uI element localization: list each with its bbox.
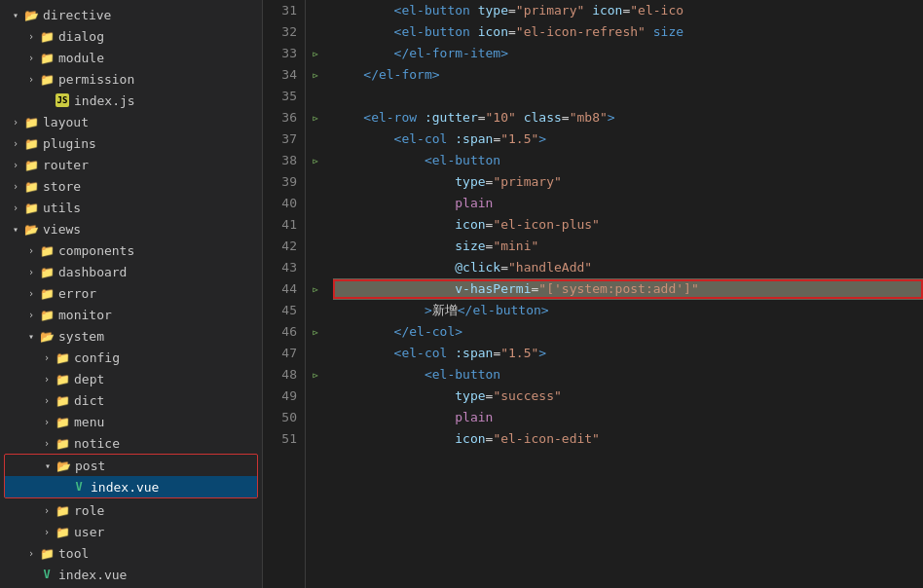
gutter-31 [306, 0, 325, 21]
code-token: "handleAdd" [508, 257, 592, 278]
gutter-arrow-33: ⊳ [313, 49, 318, 59]
arrow-directive [8, 7, 23, 22]
code-token-v-haspermi: v-hasPermi [455, 278, 531, 300]
tree-item-role[interactable]: role [0, 499, 262, 521]
tree-item-error[interactable]: error [0, 282, 262, 304]
arrow-utils [8, 200, 23, 215]
gutter-35 [306, 86, 325, 107]
tree-item-config[interactable]: config [0, 347, 262, 368]
tree-item-module[interactable]: module [0, 47, 262, 68]
gutter-42 [306, 236, 325, 257]
line-numbers: 31 32 33 34 35 36 37 38 39 40 41 42 43 4… [263, 0, 306, 588]
tree-item-views[interactable]: views [0, 218, 262, 239]
label-menu: menu [74, 415, 104, 429]
tree-item-post[interactable]: post [5, 455, 257, 476]
arrow-system [23, 328, 39, 344]
label-directive: directive [43, 8, 111, 22]
folder-icon-system [39, 328, 55, 344]
tree-item-tool[interactable]: tool [0, 542, 262, 564]
code-token: <el-button [333, 150, 500, 171]
code-line-41: icon="el-icon-plus" [333, 214, 923, 236]
code-token: "mini" [493, 236, 538, 257]
label-monitor: monitor [58, 308, 112, 322]
code-token: = [493, 129, 500, 150]
label-components: components [58, 243, 134, 258]
label-tool: tool [58, 546, 89, 561]
tree-item-dashboard[interactable]: dashboard [0, 261, 262, 282]
label-dashboard: dashboard [58, 265, 127, 279]
file-tree: directive dialog module permission JS in… [0, 0, 263, 588]
gutter-arrow-44: ⊳ [313, 284, 318, 295]
code-line-38: <el-button [333, 150, 923, 171]
gutter-50 [306, 407, 325, 428]
code-token-directive-val: "['system:post:add']" [538, 278, 698, 300]
code-token: = [622, 0, 630, 21]
code-token: icon [592, 0, 622, 21]
code-line-33: </el-form-item> [333, 43, 923, 64]
code-token [584, 0, 592, 21]
code-token: icon [478, 21, 508, 43]
code-token: <el-row [333, 107, 425, 129]
tree-item-menu[interactable]: menu [0, 411, 262, 432]
tree-item-store[interactable]: store [0, 175, 262, 197]
tree-item-system[interactable]: system [0, 325, 262, 347]
folder-icon-dept [55, 371, 70, 386]
gutter-45 [306, 300, 325, 321]
code-line-51: icon="el-icon-edit" [333, 428, 923, 450]
tree-item-dialog[interactable]: dialog [0, 25, 262, 47]
label-indexvue: index.vue [91, 480, 159, 495]
tree-item-permission[interactable]: permission [0, 68, 262, 90]
folder-icon-layout [23, 114, 39, 129]
code-token [333, 171, 455, 193]
code-token: = [478, 107, 486, 129]
tree-item-notice[interactable]: notice [0, 432, 262, 454]
code-token: </el-button> [458, 300, 549, 321]
code-line-44: v-hasPermi="['system:post:add']" [333, 278, 923, 300]
code-line-34: </el-form> [333, 64, 923, 86]
tree-item-directive[interactable]: directive [0, 4, 262, 25]
folder-icon-tool [39, 545, 55, 561]
arrow-dashboard [23, 264, 39, 279]
label-config: config [74, 350, 120, 365]
label-permission: permission [58, 72, 134, 87]
gutter-arrow-46: ⊳ [313, 327, 318, 338]
code-token: = [508, 0, 516, 21]
gutter-44: ⊳ [306, 278, 325, 300]
tree-item-layout[interactable]: layout [0, 111, 262, 132]
tree-item-router[interactable]: router [0, 154, 262, 175]
tree-item-utils[interactable]: utils [0, 197, 262, 218]
code-token: </el-form> [333, 64, 440, 86]
tree-item-indexvue2[interactable]: index.vue [0, 564, 262, 585]
tree-item-dict[interactable]: dict [0, 389, 262, 411]
code-token: size [455, 236, 485, 257]
code-line-45: >新增</el-button> [333, 300, 923, 321]
tree-item-components[interactable]: components [0, 239, 262, 261]
code-editor: 31 32 33 34 35 36 37 38 39 40 41 42 43 4… [263, 0, 923, 588]
code-token: </el-form-item> [333, 43, 508, 64]
code-token: "primary" [516, 0, 584, 21]
gutter-41 [306, 214, 325, 236]
code-line-39: type="primary" [333, 171, 923, 193]
tree-item-user[interactable]: user [0, 521, 262, 542]
label-router: router [43, 158, 89, 172]
label-user: user [74, 525, 104, 539]
code-content[interactable]: <el-button type="primary" icon="el-ico <… [325, 0, 923, 588]
code-token: = [493, 343, 500, 364]
code-token: plain [455, 193, 493, 214]
code-token: <el-button [333, 364, 500, 386]
label-notice: notice [74, 436, 120, 451]
tree-item-indexvue[interactable]: index.vue [5, 476, 257, 497]
code-token: class [524, 107, 562, 129]
tree-item-indexjs[interactable]: JS index.js [0, 90, 262, 111]
code-token: = [486, 386, 494, 407]
label-module: module [58, 51, 104, 65]
gutter-34: ⊳ [306, 64, 325, 86]
folder-icon-module [39, 50, 55, 65]
label-indexjs: index.js [74, 93, 135, 108]
folder-icon-post [55, 458, 71, 473]
tree-item-monitor[interactable]: monitor [0, 304, 262, 325]
code-line-42: size="mini" [333, 236, 923, 257]
tree-item-dept[interactable]: dept [0, 368, 262, 389]
tree-item-plugins[interactable]: plugins [0, 132, 262, 154]
code-token: icon [455, 428, 485, 450]
